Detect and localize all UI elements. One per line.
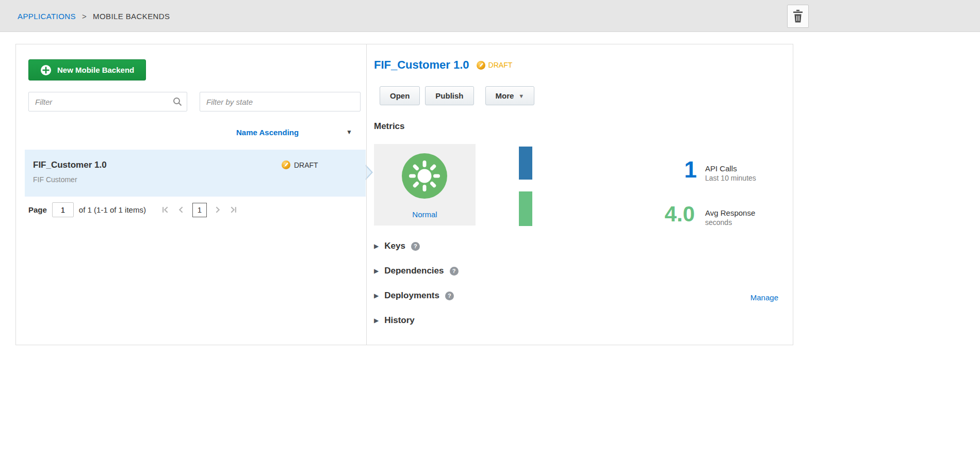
breadcrumb-applications-link[interactable]: APPLICATIONS [18, 12, 76, 21]
keys-help-icon[interactable]: ? [411, 242, 420, 251]
new-mobile-backend-label: New Mobile Backend [57, 66, 134, 74]
detail-status-badge: DRAFT [477, 61, 513, 70]
api-calls-bar [519, 147, 532, 180]
last-page-button[interactable] [225, 203, 241, 217]
publish-button-label: Publish [435, 91, 463, 100]
draft-pencil-icon [282, 160, 290, 169]
publish-button[interactable]: Publish [425, 86, 473, 105]
api-calls-label: API Calls [705, 164, 756, 173]
top-bar: APPLICATIONS > MOBILE BACKENDS [0, 0, 980, 32]
sort-order-link[interactable]: Name Ascending [236, 128, 299, 137]
current-page-button[interactable]: 1 [192, 203, 207, 217]
detail-title: FIF_Customer 1.0 [374, 58, 469, 72]
detail-action-buttons: Open Publish More ▼ [380, 86, 534, 105]
more-button[interactable]: More ▼ [485, 86, 535, 105]
next-page-button[interactable] [210, 203, 225, 217]
first-page-button[interactable] [158, 203, 174, 217]
backend-item-title: FIF_Customer 1.0 [33, 160, 107, 170]
section-deployments-label: Deployments [384, 291, 439, 301]
avg-response-label: Avg Response [705, 208, 755, 218]
health-status-link[interactable]: Normal [374, 210, 476, 219]
avg-response-sublabel: seconds [705, 218, 755, 228]
breadcrumb-current-page: MOBILE BACKENDS [93, 12, 170, 21]
plus-circle-icon [40, 65, 52, 76]
breadcrumb: APPLICATIONS > MOBILE BACKENDS [18, 0, 170, 32]
api-calls-value: 1 [668, 158, 697, 181]
section-history[interactable]: ▶ History [374, 315, 415, 326]
filter-input[interactable] [28, 92, 187, 111]
backend-list-item[interactable]: FIF_Customer 1.0 FIF Customer DRAFT [25, 150, 366, 197]
avg-response-value: 4.0 [649, 203, 695, 225]
open-button-label: Open [390, 91, 410, 100]
more-chevron-down-icon: ▼ [518, 93, 524, 99]
expand-triangle-icon[interactable]: ▶ [374, 267, 379, 275]
section-dependencies[interactable]: ▶ Dependencies ? [374, 266, 459, 276]
avg-response-label-group: Avg Response seconds [705, 208, 755, 228]
previous-page-button[interactable] [174, 203, 189, 217]
section-deployments[interactable]: ▶ Deployments ? [374, 291, 454, 301]
backend-item-subtitle: FIF Customer [33, 175, 77, 184]
section-keys[interactable]: ▶ Keys ? [374, 241, 420, 251]
sort-chevron-down-icon[interactable]: ▼ [346, 128, 352, 136]
manage-link[interactable]: Manage [750, 293, 778, 302]
open-button[interactable]: Open [380, 86, 420, 105]
filter-by-state-input[interactable] [200, 92, 361, 111]
api-calls-sublabel: Last 10 minutes [705, 173, 756, 183]
new-mobile-backend-button[interactable]: New Mobile Backend [28, 59, 146, 80]
pagination-summary: of 1 (1-1 of 1 items) [79, 205, 146, 214]
more-button-label: More [496, 91, 514, 100]
expand-triangle-icon[interactable]: ▶ [374, 292, 379, 299]
expand-triangle-icon[interactable]: ▶ [374, 317, 379, 324]
backend-item-status-badge: DRAFT [282, 160, 318, 169]
state-filter-field-wrap [200, 92, 361, 111]
expand-triangle-icon[interactable]: ▶ [374, 243, 379, 250]
trash-icon [792, 9, 804, 23]
delete-backend-button[interactable] [787, 5, 809, 28]
breadcrumb-separator: > [82, 12, 87, 21]
mobile-backends-panel: New Mobile Backend Name Ascending ▼ FIF_… [15, 44, 793, 345]
backend-item-status-label: DRAFT [294, 161, 318, 169]
section-history-label: History [384, 315, 415, 326]
detail-title-row: FIF_Customer 1.0 DRAFT [374, 58, 512, 72]
page-number-input[interactable] [52, 202, 74, 217]
metrics-heading: Metrics [374, 121, 405, 132]
dependencies-help-icon[interactable]: ? [450, 267, 459, 276]
health-status-tile: Normal [374, 144, 476, 226]
pagination-bar: Page of 1 (1-1 of 1 items) 1 [28, 202, 241, 217]
avg-response-bar [519, 191, 532, 226]
api-calls-label-group: API Calls Last 10 minutes [705, 164, 756, 183]
section-keys-label: Keys [384, 241, 405, 251]
filter-field-wrap [28, 92, 187, 111]
section-dependencies-label: Dependencies [384, 266, 444, 276]
draft-pencil-icon [477, 61, 485, 70]
deployments-help-icon[interactable]: ? [445, 292, 454, 300]
detail-status-label: DRAFT [488, 61, 513, 69]
backend-detail-panel: FIF_Customer 1.0 DRAFT Open Publish More… [366, 44, 793, 345]
page-label: Page [28, 205, 47, 214]
search-icon[interactable] [173, 97, 182, 108]
health-normal-sun-icon [401, 153, 448, 199]
